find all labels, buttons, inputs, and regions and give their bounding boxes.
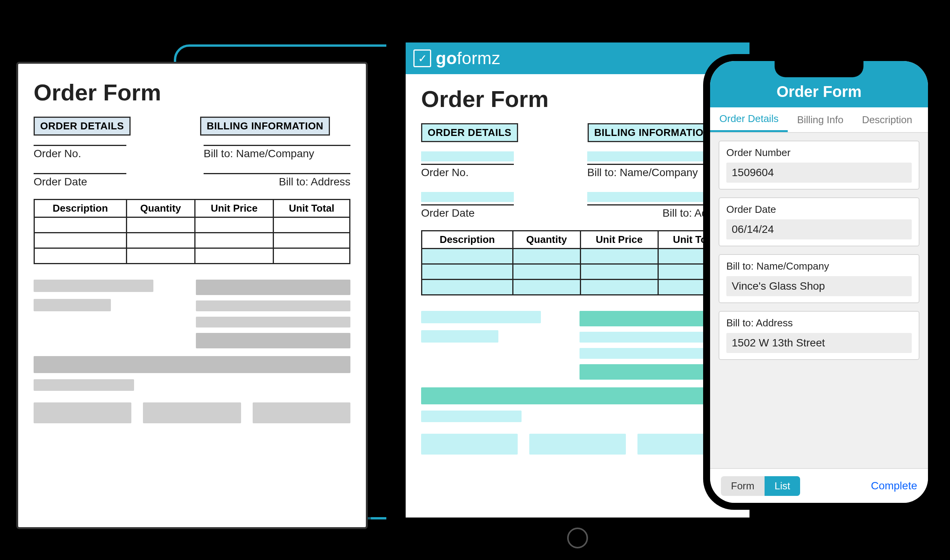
field-value[interactable]: 06/14/24 [726, 219, 912, 239]
th-quantity: Quantity [126, 200, 195, 217]
field-order-date: Order Date [34, 173, 126, 188]
th-unit-total: Unit Total [274, 200, 350, 217]
seg-form[interactable]: Form [721, 476, 765, 496]
table-row[interactable] [422, 280, 734, 295]
form-title: Order Form [421, 86, 734, 112]
field-value[interactable]: 1509604 [726, 163, 912, 183]
placeholder [196, 317, 350, 328]
goformz-logo-icon: ✓ [413, 49, 431, 67]
field-bill-name: Bill to: Name/Company [204, 145, 350, 160]
placeholder [34, 280, 153, 292]
view-segmented-control: Form List [721, 476, 800, 496]
placeholder [34, 402, 131, 423]
placeholder [421, 387, 734, 404]
placeholder [196, 333, 350, 348]
field-order-no: Order No. [421, 164, 514, 179]
table-row[interactable] [422, 264, 734, 280]
placeholder [421, 411, 522, 422]
section-billing-info[interactable]: BILLING INFORMATION [588, 123, 717, 142]
goformz-logo-text: goformz [436, 49, 500, 68]
placeholder [143, 402, 241, 423]
field-value[interactable]: Vince's Glass Shop [726, 276, 912, 296]
placeholder [196, 300, 350, 311]
th-description: Description [422, 231, 513, 249]
tab-billing-info[interactable]: Billing Info [788, 107, 853, 132]
order-table: Description Quantity Unit Price Unit Tot… [34, 199, 350, 264]
field-value[interactable]: 1502 W 13th Street [726, 333, 912, 353]
section-billing-info: BILLING INFORMATION [200, 117, 330, 136]
section-order-details: ORDER DETAILS [34, 117, 131, 136]
field-order-no: Order No. [34, 145, 126, 160]
phone-device: Order Form Order Details Billing Info De… [703, 54, 935, 510]
field-order-number[interactable]: Order Number 1509604 [719, 141, 919, 190]
placeholder [529, 434, 626, 455]
placeholder [253, 402, 350, 423]
form-title: Order Form [34, 79, 350, 106]
tab-description[interactable]: Description [853, 107, 921, 132]
th-quantity: Quantity [513, 231, 580, 249]
phone-tabs: Order Details Billing Info Description [710, 107, 928, 133]
seg-list[interactable]: List [765, 476, 800, 496]
placeholder [421, 311, 541, 323]
placeholder [34, 356, 350, 373]
field-bill-name[interactable]: Bill to: Name/Company Vince's Glass Shop [719, 254, 919, 303]
order-table[interactable]: Description Quantity Unit Price Unit Tot… [421, 230, 734, 295]
paper-form: Order Form ORDER DETAILS BILLING INFORMA… [16, 62, 368, 529]
placeholder [421, 330, 498, 343]
field-label: Order Date [726, 204, 912, 216]
field-bill-address: Bill to: Address [204, 173, 350, 188]
placeholder [34, 299, 111, 311]
table-row [34, 233, 350, 248]
input-order-date[interactable] [421, 192, 514, 202]
input-order-no[interactable] [421, 151, 514, 161]
table-row[interactable] [422, 249, 734, 264]
th-unit-price: Unit Price [580, 231, 658, 249]
field-label: Order Number [726, 147, 912, 159]
placeholder [421, 434, 518, 455]
phone-footer: Form List Complete [710, 468, 928, 503]
field-order-date: Order Date [421, 204, 514, 219]
complete-button[interactable]: Complete [871, 480, 917, 492]
tablet-app-header: ✓ goformz [406, 42, 749, 74]
placeholder [196, 280, 350, 295]
tablet-home-button[interactable] [567, 528, 588, 548]
phone-screen: Order Form Order Details Billing Info De… [710, 61, 928, 503]
placeholder [34, 379, 134, 391]
field-label: Bill to: Name/Company [726, 260, 912, 272]
table-row [34, 248, 350, 264]
field-bill-address[interactable]: Bill to: Address 1502 W 13th Street [719, 311, 919, 360]
tab-order-details[interactable]: Order Details [710, 107, 788, 132]
tablet-screen: ✓ goformz Order Form ORDER DETAILS BILLI… [406, 42, 749, 518]
field-order-date[interactable]: Order Date 06/14/24 [719, 197, 919, 246]
th-unit-price: Unit Price [195, 200, 273, 217]
table-row [34, 217, 350, 233]
phone-notch [775, 61, 863, 77]
th-description: Description [34, 200, 127, 217]
field-label: Bill to: Address [726, 317, 912, 329]
section-order-details[interactable]: ORDER DETAILS [421, 123, 518, 142]
